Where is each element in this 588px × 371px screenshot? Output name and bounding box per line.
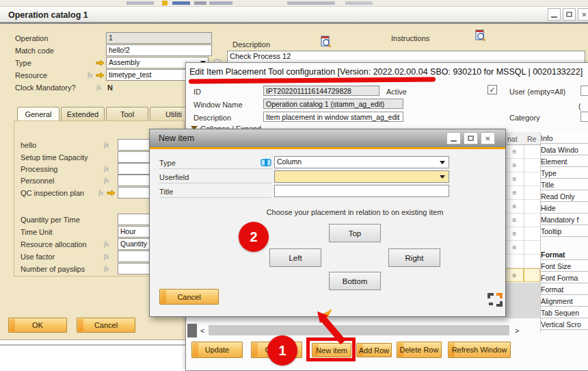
- operation-window-title: Operation catalog 1: [8, 10, 88, 20]
- dialog-type-select[interactable]: Column: [274, 156, 449, 168]
- property-row-info[interactable]: Info: [541, 132, 588, 144]
- close-icon[interactable]: ✕: [578, 8, 588, 21]
- grid-cell[interactable]: [524, 255, 540, 268]
- formula-icon: fx: [98, 189, 103, 196]
- grid-cell-align-icon[interactable]: ≡: [505, 186, 524, 200]
- cancel-button[interactable]: Cancel: [77, 318, 135, 333]
- property-row-font-size[interactable]: Font Size: [541, 260, 588, 272]
- placement-right-button[interactable]: Right: [388, 248, 440, 267]
- match-code-label: Match code: [15, 47, 54, 55]
- ok-button[interactable]: OK: [8, 318, 67, 333]
- scroll-right-icon[interactable]: >: [515, 327, 519, 335]
- edit-description-field[interactable]: Item placement in window stamm_ag_edit: [263, 112, 403, 122]
- grid-cell[interactable]: [524, 172, 540, 186]
- refresh-window-button[interactable]: Refresh Window: [448, 342, 511, 358]
- grid-cell-align-icon[interactable]: ≡: [505, 214, 524, 227]
- user-field[interactable]: [580, 86, 588, 96]
- placement-left-button[interactable]: Left: [269, 248, 321, 267]
- instructions-document-icon[interactable]: [475, 29, 486, 42]
- maximize-icon[interactable]: [563, 8, 576, 21]
- placement-bottom-button[interactable]: Bottom: [329, 272, 381, 290]
- new-item-dialog-titlebar[interactable]: New item ✕: [150, 129, 505, 147]
- annotation-step-1-badge: 1: [267, 335, 297, 366]
- grid-cell[interactable]: [524, 145, 540, 159]
- button-label: Left: [289, 254, 302, 262]
- property-row-tooltip[interactable]: Tooltip: [541, 225, 588, 237]
- property-row-read-only[interactable]: Read Only: [541, 190, 588, 202]
- grid-cell[interactable]: [524, 186, 540, 200]
- property-row-alignment[interactable]: Alignment: [541, 295, 588, 307]
- property-row-mandatory[interactable]: Mandatory f: [541, 214, 588, 225]
- add-row-button[interactable]: Add Row: [356, 343, 392, 357]
- grid-cell-selected[interactable]: [524, 268, 540, 282]
- placement-top-button[interactable]: Top: [329, 224, 381, 242]
- property-row-font-format[interactable]: Font Forma: [541, 272, 588, 283]
- hello-label: hello: [21, 141, 36, 149]
- screenshot-root: Operation catalog 1 ✕ Operation 1 Match …: [0, 0, 588, 371]
- category-field[interactable]: [580, 112, 588, 122]
- dialog-userfield-select[interactable]: [274, 170, 449, 183]
- property-row-data-window[interactable]: Data Windo: [541, 144, 588, 155]
- scrollbar-track[interactable]: [209, 325, 509, 335]
- delete-row-button[interactable]: Delete Row: [397, 342, 442, 358]
- tab-extended[interactable]: Extended: [61, 107, 105, 120]
- grid-cell-align-icon[interactable]: ≡: [505, 241, 524, 255]
- formula-icon: fx: [104, 141, 109, 149]
- grid-cell[interactable]: [524, 241, 540, 255]
- link-arrow-icon[interactable]: [107, 190, 116, 196]
- dropdown-arrow-icon[interactable]: [440, 175, 445, 179]
- formula-icon: fx: [104, 253, 109, 260]
- grid-cell-align-icon[interactable]: ≡: [505, 145, 524, 159]
- background-fragment: [194, 1, 206, 5]
- dropdown-arrow-icon[interactable]: [440, 161, 445, 164]
- grid-cell-align-icon[interactable]: ≡: [505, 227, 524, 241]
- dialog-title-field[interactable]: [274, 185, 449, 197]
- description-field[interactable]: Check Process 12: [227, 51, 585, 63]
- id-label: ID: [193, 88, 201, 96]
- property-row-title[interactable]: Title: [541, 179, 588, 190]
- property-row-blank: [541, 237, 588, 248]
- property-row-vertical-scroll[interactable]: Vertical Scro: [541, 318, 588, 330]
- id-field: IPT2022011116144729828: [263, 86, 379, 96]
- operation-window-titlebar: Operation catalog 1 ✕: [0, 7, 588, 24]
- preview-document-icon[interactable]: [320, 36, 332, 48]
- operation-label: Operation: [15, 34, 48, 42]
- minimize-icon[interactable]: [548, 8, 561, 21]
- grid-cell-align-icon[interactable]: ≡: [505, 200, 524, 214]
- button-label: Bottom: [343, 277, 367, 285]
- minimize-icon[interactable]: [446, 132, 461, 144]
- link-arrow-icon[interactable]: [96, 60, 105, 66]
- scroll-left-icon[interactable]: <: [200, 327, 204, 335]
- resize-grip-icon[interactable]: [487, 293, 503, 307]
- operation-field[interactable]: 1: [106, 32, 212, 44]
- grid-cell[interactable]: [505, 255, 524, 268]
- match-code-field[interactable]: hello!2: [106, 44, 212, 56]
- row-underline: [159, 183, 271, 183]
- grid-cell[interactable]: [524, 200, 540, 214]
- dialog-type-value: Column: [277, 157, 302, 166]
- property-row-hide[interactable]: Hide: [541, 202, 588, 214]
- background-fragment: [345, 1, 373, 5]
- property-row-element[interactable]: Element: [541, 155, 588, 167]
- grid-cell[interactable]: [524, 214, 540, 227]
- grid-cell-align-icon[interactable]: ≡: [505, 159, 524, 172]
- tab-tool[interactable]: Tool: [106, 107, 148, 120]
- grid-cell[interactable]: [524, 227, 540, 241]
- property-row-tab-sequence[interactable]: Tab Sequen: [541, 307, 588, 318]
- close-icon[interactable]: ✕: [481, 132, 495, 144]
- property-row-type[interactable]: Type: [541, 167, 588, 179]
- link-arrow-icon[interactable]: [96, 72, 105, 79]
- grid-cell[interactable]: [524, 159, 540, 172]
- window-name-label: Window Name: [193, 101, 243, 109]
- grid-cell-align-icon[interactable]: ≡: [505, 268, 524, 282]
- property-row-format[interactable]: Format: [541, 283, 588, 295]
- dialog-cancel-button[interactable]: Cancel: [159, 289, 219, 305]
- update-button[interactable]: Update: [191, 342, 243, 358]
- type-select-value: Assembly: [109, 58, 140, 66]
- active-checkbox[interactable]: ✓: [487, 85, 497, 94]
- maximize-icon[interactable]: [464, 132, 478, 144]
- row-underline: [159, 197, 271, 198]
- scrollbar-grab-handle[interactable]: [187, 324, 197, 337]
- grid-cell-align-icon[interactable]: ≡: [505, 172, 524, 186]
- tab-general[interactable]: General: [17, 107, 59, 120]
